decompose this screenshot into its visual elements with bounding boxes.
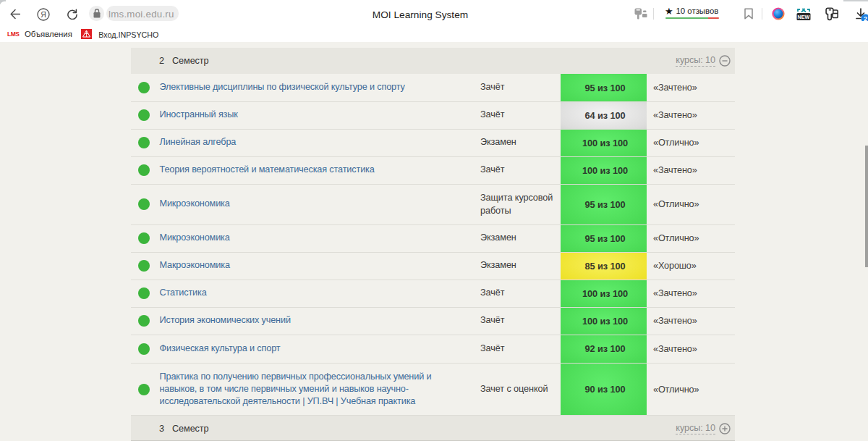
svg-text:NEW: NEW	[798, 14, 810, 20]
svg-text:Я: Я	[41, 9, 46, 18]
svg-text:2: 2	[864, 15, 867, 21]
